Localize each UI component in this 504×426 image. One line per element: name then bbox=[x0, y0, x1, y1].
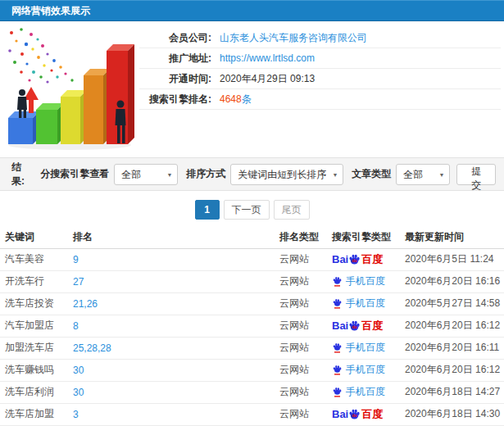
baidu-paw-icon: du bbox=[348, 320, 361, 332]
sort-filter-label: 排序方式 bbox=[186, 167, 225, 181]
info-row-open-time: 开通时间: 2020年4月29日 09:13 bbox=[139, 69, 501, 89]
keyword-ranking-table: 关键词 排名 排名类型 搜索引擎类型 最新更新时间 汽车美容 9 云网站 Bai bbox=[0, 227, 504, 426]
member-info-panel: 会员公司: 山东老人头汽车服务咨询有限公司 推广地址: https://www.… bbox=[139, 21, 504, 157]
bar-green bbox=[36, 103, 64, 144]
baidu-pc-logo: Bai du 百度 bbox=[332, 320, 383, 332]
rank-count-number: 4648 bbox=[220, 93, 242, 105]
baidu-mobile-paw-icon bbox=[332, 342, 343, 353]
svg-text:du: du bbox=[352, 413, 357, 418]
pagination-last-button[interactable]: 尾页 bbox=[274, 200, 310, 220]
baidu-paw-icon: du bbox=[348, 253, 361, 265]
engine-filter-label: 分搜索引擎查看 bbox=[40, 167, 109, 181]
rank-type-cell: 云网站 bbox=[276, 315, 329, 337]
updated-cell: 2020年5月27日 14:58 bbox=[402, 292, 504, 315]
table-row: 洗车赚钱吗 30 云网站 手机百度 bbox=[0, 359, 504, 381]
updated-cell: 2020年6月20日 16:12 bbox=[402, 315, 504, 337]
keyword-cell: 汽车美容 bbox=[0, 248, 70, 270]
baidu-mobile-paw-icon bbox=[332, 298, 343, 309]
info-row-company: 会员公司: 山东老人头汽车服务咨询有限公司 bbox=[139, 28, 501, 48]
updated-cell: 2020年6月18日 14:27 bbox=[402, 381, 504, 403]
baidu-pc-logo: Bai du 百度 bbox=[332, 253, 383, 265]
baidu-mobile-logo: 手机百度 bbox=[332, 297, 385, 310]
engine-select[interactable]: 全部 bbox=[114, 164, 178, 185]
baidu-mobile-paw-icon bbox=[332, 387, 343, 397]
company-name-link[interactable]: 山东老人头汽车服务咨询有限公司 bbox=[220, 31, 367, 45]
info-row-rank-count: 搜索引擎排名: 4648条 bbox=[139, 89, 501, 110]
rank-link[interactable]: 30 bbox=[73, 365, 84, 376]
rank-link[interactable]: 21,26 bbox=[73, 298, 98, 310]
page: 网络营销效果展示 bbox=[0, 0, 504, 426]
header-rank: 排名 bbox=[70, 227, 276, 248]
keyword-cell: 洗车赚钱吗 bbox=[0, 359, 70, 381]
keyword-cell: 加盟洗车店 bbox=[0, 337, 70, 359]
rank-count-value: 4648条 bbox=[220, 93, 252, 106]
result-label: 结果: bbox=[11, 161, 32, 188]
page-title: 网络营销效果展示 bbox=[11, 5, 90, 16]
filter-bar: 结果: 分搜索引擎查看 全部 排序方式 关键词由短到长排序 文章类型 全部 提交 bbox=[0, 157, 504, 191]
baidu-mobile-logo: 手机百度 bbox=[332, 274, 385, 288]
updated-cell: 2020年6月20日 16:12 bbox=[402, 359, 504, 381]
table-row: 洗车店投资 21,26 云网站 手机百度 bbox=[0, 292, 504, 315]
confetti-dots bbox=[8, 28, 74, 83]
info-row-url: 推广地址: https://www.lrtlsd.com bbox=[139, 48, 501, 69]
company-label: 会员公司: bbox=[139, 31, 211, 45]
baidu-pc-logo: Bai du 百度 bbox=[332, 408, 383, 420]
baidu-mobile-logo: 手机百度 bbox=[332, 385, 385, 399]
rank-type-cell: 云网站 bbox=[276, 381, 329, 403]
table-row: 加盟洗车店 25,28,28 云网站 手机百度 bbox=[0, 337, 504, 359]
keyword-cell: 洗车店利润 bbox=[0, 381, 70, 403]
bar-chart-illustration bbox=[0, 21, 139, 152]
rank-count-unit: 条 bbox=[242, 93, 252, 105]
submit-button[interactable]: 提交 bbox=[456, 164, 496, 185]
pagination-page-1[interactable]: 1 bbox=[195, 200, 220, 220]
sort-select[interactable]: 关键词由短到长排序 bbox=[230, 164, 343, 185]
baidu-mobile-logo: 手机百度 bbox=[332, 363, 385, 377]
open-time-value: 2020年4月29日 09:13 bbox=[220, 72, 315, 86]
table-row: 洗车店加盟 3 云网站 Bai du 百度 bbox=[0, 403, 504, 425]
article-select-wrap: 全部 bbox=[396, 164, 450, 185]
header-engine-type: 搜索引擎类型 bbox=[329, 227, 402, 248]
bar-chart-illustration-svg bbox=[0, 21, 139, 152]
article-type-select[interactable]: 全部 bbox=[396, 164, 450, 185]
article-type-label: 文章类型 bbox=[352, 167, 391, 181]
keyword-cell: 开洗车行 bbox=[0, 270, 70, 292]
rank-link[interactable]: 3 bbox=[73, 409, 79, 420]
top-section: 会员公司: 山东老人头汽车服务咨询有限公司 推广地址: https://www.… bbox=[0, 21, 504, 157]
table-row: 汽车美容 9 云网站 Bai du 百度 bbox=[0, 248, 504, 270]
rank-type-cell: 云网站 bbox=[276, 403, 329, 425]
keyword-cell: 洗车店投资 bbox=[0, 292, 70, 315]
pagination: 1 下一页 尾页 bbox=[0, 191, 504, 227]
baidu-mobile-logo: 手机百度 bbox=[332, 341, 385, 355]
updated-cell: 2020年6月20日 16:11 bbox=[402, 337, 504, 359]
baidu-mobile-paw-icon bbox=[332, 276, 343, 287]
table-row: 开洗车行 27 云网站 手机百度 bbox=[0, 270, 504, 292]
svg-text:du: du bbox=[352, 258, 357, 263]
rank-type-cell: 云网站 bbox=[276, 270, 329, 292]
header-keyword: 关键词 bbox=[0, 227, 70, 248]
header-rank-type: 排名类型 bbox=[276, 227, 329, 248]
updated-cell: 2020年6月5日 11:24 bbox=[402, 248, 504, 270]
engine-select-wrap: 全部 bbox=[114, 164, 178, 185]
bar-yellow bbox=[61, 90, 87, 144]
promo-url-label: 推广地址: bbox=[139, 52, 211, 66]
open-time-label: 开通时间: bbox=[139, 72, 211, 86]
baidu-paw-icon: du bbox=[348, 408, 361, 420]
rank-type-cell: 云网站 bbox=[276, 292, 329, 315]
keyword-cell: 汽车加盟店 bbox=[0, 315, 70, 337]
header-updated: 最新更新时间 bbox=[402, 227, 504, 248]
keyword-cell: 洗车店加盟 bbox=[0, 403, 70, 425]
rank-count-label: 搜索引擎排名: bbox=[139, 93, 211, 106]
table-header-row: 关键词 排名 排名类型 搜索引擎类型 最新更新时间 bbox=[0, 227, 504, 248]
rank-type-cell: 云网站 bbox=[276, 248, 329, 270]
promo-url-link[interactable]: https://www.lrtlsd.com bbox=[220, 52, 315, 64]
rank-link[interactable]: 27 bbox=[73, 276, 84, 288]
rank-link[interactable]: 25,28,28 bbox=[73, 342, 111, 354]
baidu-mobile-paw-icon bbox=[332, 365, 343, 375]
updated-cell: 2020年6月18日 14:30 bbox=[402, 403, 504, 425]
rank-link[interactable]: 9 bbox=[73, 254, 79, 265]
pagination-next-button[interactable]: 下一页 bbox=[224, 200, 270, 220]
page-title-bar: 网络营销效果展示 bbox=[0, 0, 504, 21]
sort-select-wrap: 关键词由短到长排序 bbox=[230, 164, 343, 185]
rank-link[interactable]: 8 bbox=[73, 320, 79, 332]
rank-link[interactable]: 30 bbox=[73, 387, 84, 398]
